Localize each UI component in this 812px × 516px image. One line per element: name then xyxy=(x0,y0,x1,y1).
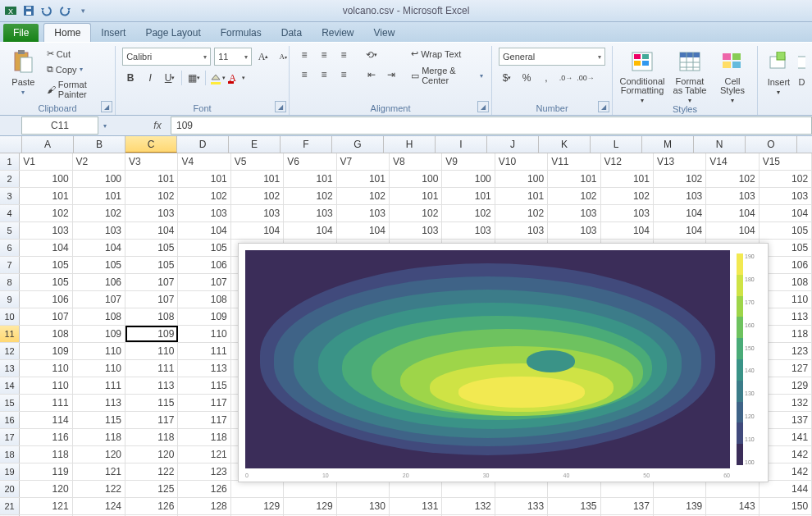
align-center-icon[interactable]: ≡ xyxy=(316,67,332,82)
row-header[interactable]: 14 xyxy=(0,377,20,394)
cell[interactable]: 101 xyxy=(178,171,230,187)
cell[interactable]: 121 xyxy=(20,498,72,514)
cell[interactable]: 107 xyxy=(178,274,230,290)
cell[interactable]: 102 xyxy=(231,188,284,204)
column-header[interactable]: K xyxy=(539,136,591,153)
cell[interactable]: 113 xyxy=(125,377,178,394)
cell[interactable]: 102 xyxy=(390,205,442,221)
column-header[interactable]: O xyxy=(746,136,797,153)
align-left-icon[interactable]: ≡ xyxy=(296,67,312,82)
cell[interactable]: 126 xyxy=(178,481,230,497)
column-header[interactable]: L xyxy=(591,136,642,153)
cell[interactable] xyxy=(390,481,442,497)
cell[interactable]: 101 xyxy=(125,171,178,187)
column-header[interactable]: F xyxy=(281,136,332,153)
cell[interactable]: 110 xyxy=(178,326,230,342)
cell[interactable]: 102 xyxy=(760,171,812,187)
redo-icon[interactable] xyxy=(57,3,72,18)
accounting-icon[interactable]: $▾ xyxy=(499,71,515,85)
cell[interactable]: V2 xyxy=(73,153,125,170)
worksheet[interactable]: ABCDEFGHIJKLMNO 1V1V2V3V4V5V6V7V8V9V10V1… xyxy=(0,136,812,516)
font-name-combo[interactable]: Calibri▾ xyxy=(122,48,211,66)
cell[interactable] xyxy=(706,481,759,497)
cell[interactable]: 129 xyxy=(231,498,284,514)
save-icon[interactable] xyxy=(21,3,36,18)
row-header[interactable]: 8 xyxy=(0,274,20,290)
cell[interactable]: 105 xyxy=(20,274,72,290)
cell[interactable]: 108 xyxy=(73,308,125,325)
cell[interactable]: 104 xyxy=(337,222,390,239)
cell[interactable]: 135 xyxy=(548,498,600,514)
cell[interactable]: 117 xyxy=(178,395,230,411)
cell[interactable]: 119 xyxy=(20,463,72,480)
fill-color-icon[interactable]: ▾ xyxy=(209,71,226,85)
cell[interactable]: V11 xyxy=(548,153,600,170)
align-right-icon[interactable]: ≡ xyxy=(335,67,352,82)
row-header[interactable]: 2 xyxy=(0,171,20,187)
cell[interactable]: V6 xyxy=(284,153,336,170)
cell[interactable]: 101 xyxy=(20,188,72,204)
cell[interactable]: 116 xyxy=(20,429,72,445)
cell[interactable]: 104 xyxy=(706,205,759,221)
align-middle-icon[interactable]: ≡ xyxy=(316,48,332,62)
cell[interactable]: V15 xyxy=(760,153,812,170)
cell[interactable]: 103 xyxy=(760,188,812,204)
format-painter-button[interactable]: 🖌 Format Painter xyxy=(45,79,108,100)
row-header[interactable]: 16 xyxy=(0,412,20,428)
cell[interactable]: 105 xyxy=(125,240,178,256)
cell[interactable]: 130 xyxy=(337,498,390,514)
cell[interactable]: 101 xyxy=(442,188,495,204)
cell[interactable]: 131 xyxy=(390,498,442,514)
cell[interactable]: 120 xyxy=(20,481,72,497)
font-size-combo[interactable]: 11▾ xyxy=(214,48,252,66)
cell[interactable]: 111 xyxy=(73,377,125,394)
cell[interactable]: 111 xyxy=(20,395,72,411)
tab-review[interactable]: Review xyxy=(312,24,363,42)
cell[interactable]: 107 xyxy=(73,291,125,308)
cell[interactable]: 118 xyxy=(20,446,72,463)
cell[interactable]: 120 xyxy=(125,446,178,463)
cell[interactable]: 107 xyxy=(20,308,72,325)
cell[interactable]: 103 xyxy=(442,222,495,239)
row-header[interactable]: 6 xyxy=(0,240,20,256)
cell[interactable]: 114 xyxy=(20,412,72,428)
row-header[interactable]: 18 xyxy=(0,446,20,463)
fx-icon[interactable]: fx xyxy=(149,120,166,131)
cell[interactable]: 118 xyxy=(178,429,230,445)
cell[interactable] xyxy=(284,481,336,497)
cell[interactable]: 104 xyxy=(760,205,812,221)
cell[interactable]: V4 xyxy=(178,153,230,170)
cell[interactable]: 102 xyxy=(20,205,72,221)
cell[interactable]: 103 xyxy=(20,222,72,239)
cell[interactable]: 111 xyxy=(178,343,230,359)
cell[interactable]: 101 xyxy=(73,188,125,204)
cell[interactable]: 106 xyxy=(20,291,72,308)
cell[interactable]: 103 xyxy=(337,205,390,221)
cell[interactable]: 103 xyxy=(231,205,284,221)
cell[interactable]: 133 xyxy=(495,498,548,514)
cell[interactable]: 102 xyxy=(284,188,336,204)
cell[interactable]: 104 xyxy=(73,240,125,256)
cell[interactable]: 122 xyxy=(73,481,125,497)
cell[interactable]: V10 xyxy=(495,153,548,170)
cell[interactable]: 103 xyxy=(548,222,600,239)
row-header[interactable]: 5 xyxy=(0,222,20,239)
cell[interactable]: 108 xyxy=(20,326,72,342)
cell[interactable]: 108 xyxy=(125,308,178,325)
cell[interactable]: 101 xyxy=(284,171,336,187)
column-header[interactable]: C xyxy=(125,136,177,153)
cell[interactable]: 102 xyxy=(495,205,548,221)
cell[interactable]: 104 xyxy=(601,222,654,239)
cell[interactable]: 105 xyxy=(178,240,230,256)
name-box[interactable]: C11 xyxy=(21,116,98,135)
cell[interactable]: 102 xyxy=(73,205,125,221)
row-header[interactable]: 1 xyxy=(0,153,20,170)
cell[interactable]: 137 xyxy=(601,498,654,514)
cell[interactable]: 124 xyxy=(73,498,125,514)
cell[interactable]: 122 xyxy=(125,463,178,480)
cell[interactable]: V8 xyxy=(390,153,442,170)
cut-button[interactable]: ✂ Cut xyxy=(45,48,108,60)
cell[interactable]: 109 xyxy=(178,308,230,325)
cell-styles-button[interactable]: Cell Styles▾ xyxy=(714,48,750,104)
increase-decimal-icon[interactable]: .0→ xyxy=(558,71,574,85)
